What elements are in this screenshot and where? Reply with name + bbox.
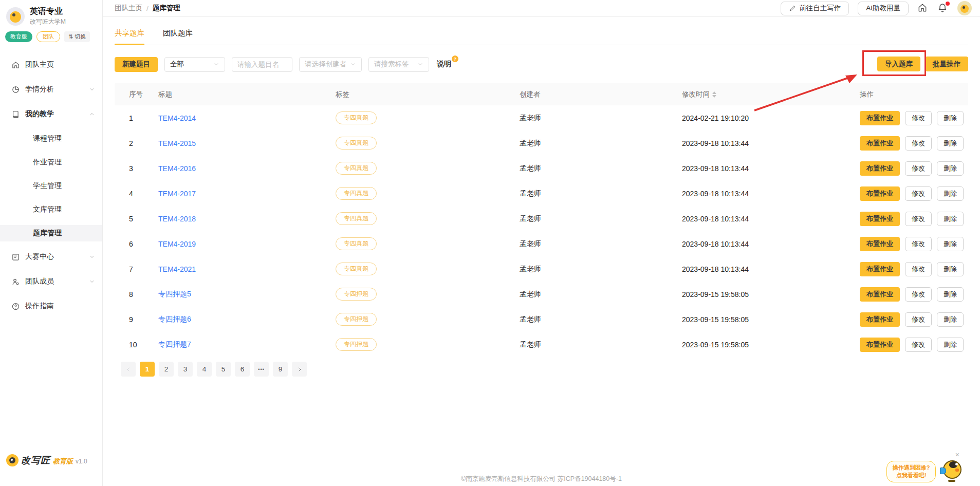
page-button-3[interactable]: 3 <box>178 362 193 377</box>
page-button-1[interactable]: 1 <box>140 362 155 377</box>
sidebar-item-大赛中心[interactable]: 大赛中心 <box>0 249 102 265</box>
assign-homework-button[interactable]: 布置作业 <box>860 136 900 151</box>
breadcrumb-current: 题库管理 <box>153 4 180 13</box>
question-tag: 专四真题 <box>336 263 377 275</box>
go-writing-button[interactable]: 前往自主写作 <box>781 2 849 15</box>
pencil-icon <box>789 5 796 12</box>
home-icon[interactable] <box>917 3 929 14</box>
sort-icon[interactable] <box>712 91 716 98</box>
delete-button[interactable]: 删除 <box>937 338 964 352</box>
edit-button[interactable]: 修改 <box>905 161 932 176</box>
delete-button[interactable]: 删除 <box>937 237 964 251</box>
edit-button[interactable]: 修改 <box>905 287 932 302</box>
sidebar-item-学生管理[interactable]: 学生管理 <box>0 178 102 194</box>
mascot-bird-icon[interactable] <box>940 459 963 482</box>
delete-button[interactable]: 删除 <box>937 136 964 151</box>
question-title-link[interactable]: TEM4-2021 <box>158 265 196 273</box>
sidebar-item-课程管理[interactable]: 课程管理 <box>0 130 102 147</box>
sidebar-item-操作指南[interactable]: 操作指南 <box>0 298 102 314</box>
tag-search-select[interactable]: 请搜索标签 <box>368 57 429 72</box>
creator-filter-select[interactable]: 请选择创建者 <box>299 57 362 72</box>
sidebar-item-我的教学[interactable]: 我的教学 <box>0 106 102 122</box>
col-actions: 操作 <box>860 90 968 99</box>
notification-bell-icon[interactable] <box>937 3 949 14</box>
delete-button[interactable]: 删除 <box>937 186 964 201</box>
edit-button[interactable]: 修改 <box>905 186 932 201</box>
chevron-up-icon <box>89 111 95 117</box>
question-title-link[interactable]: TEM4-2018 <box>158 215 196 223</box>
assign-homework-button[interactable]: 布置作业 <box>860 237 900 251</box>
row-index: 4 <box>129 190 158 198</box>
question-tag: 专四真题 <box>336 187 377 200</box>
delete-button[interactable]: 删除 <box>937 287 964 302</box>
assign-homework-button[interactable]: 布置作业 <box>860 111 900 125</box>
edit-button[interactable]: 修改 <box>905 312 932 327</box>
next-page-button[interactable] <box>292 362 307 377</box>
breadcrumb-team-home[interactable]: 团队主页 <box>115 4 142 13</box>
page-button-9[interactable]: 9 <box>273 362 288 377</box>
tab-shared-library[interactable]: 共享题库 <box>115 28 144 45</box>
row-actions: 布置作业修改删除 <box>860 186 968 201</box>
help-label[interactable]: 说明? <box>437 60 451 69</box>
assign-homework-button[interactable]: 布置作业 <box>860 186 900 201</box>
sidebar-item-题库管理[interactable]: 题库管理 <box>0 225 102 241</box>
page-button-2[interactable]: 2 <box>159 362 174 377</box>
modified-time: 2023-09-18 10:13:44 <box>682 164 860 173</box>
chat-bubble[interactable]: 操作遇到困难? 点我看看吧! <box>886 461 936 482</box>
question-title-link[interactable]: TEM4-2015 <box>158 139 196 147</box>
delete-button[interactable]: 删除 <box>937 312 964 327</box>
page-button-6[interactable]: 6 <box>235 362 250 377</box>
sidebar-item-作业管理[interactable]: 作业管理 <box>0 154 102 171</box>
assign-homework-button[interactable]: 布置作业 <box>860 212 900 226</box>
question-title-link[interactable]: TEM4-2016 <box>158 164 196 173</box>
new-question-button[interactable]: 新建题目 <box>115 57 158 72</box>
question-title-link[interactable]: 专四押题5 <box>158 290 191 298</box>
assign-homework-button[interactable]: 布置作业 <box>860 338 900 352</box>
import-library-button[interactable]: 导入题库 <box>877 57 920 71</box>
type-filter-select[interactable]: 全部 <box>164 57 225 72</box>
page-button-4[interactable]: 4 <box>197 362 212 377</box>
delete-button[interactable]: 删除 <box>937 262 964 276</box>
tab-team-library[interactable]: 团队题库 <box>163 28 193 45</box>
question-tag: 专四真题 <box>336 212 377 225</box>
content-panel: 共享题库 团队题库 新建题目 全部 请选择创建者 请搜索标签 说明? <box>103 17 980 486</box>
delete-button[interactable]: 删除 <box>937 212 964 226</box>
question-title-link[interactable]: 专四押题6 <box>158 315 191 323</box>
ai-usage-button[interactable]: AI助教用量 <box>858 2 909 15</box>
question-title-link[interactable]: 专四押题7 <box>158 340 191 348</box>
delete-button[interactable]: 删除 <box>937 111 964 125</box>
question-name-input[interactable] <box>232 57 292 72</box>
batch-operation-button[interactable]: 批量操作 <box>925 57 968 71</box>
question-tag: 专四真题 <box>336 137 377 149</box>
sidebar-item-学情分析[interactable]: 学情分析 <box>0 81 102 98</box>
sidebar-item-团队成员[interactable]: 团队成员 <box>0 273 102 290</box>
assign-homework-button[interactable]: 布置作业 <box>860 161 900 176</box>
edit-button[interactable]: 修改 <box>905 111 932 125</box>
edit-button[interactable]: 修改 <box>905 237 932 251</box>
team-subtitle: 改写匠大学M <box>30 17 66 26</box>
row-actions: 布置作业修改删除 <box>860 212 968 226</box>
page-ellipsis[interactable]: ••• <box>254 362 269 377</box>
tag-cell: 专四真题 <box>336 187 520 200</box>
close-icon[interactable]: × <box>955 451 959 458</box>
question-title-link[interactable]: TEM4-2017 <box>158 190 196 198</box>
question-title-link[interactable]: TEM4-2014 <box>158 114 196 122</box>
assign-homework-button[interactable]: 布置作业 <box>860 262 900 276</box>
sidebar-item-团队主页[interactable]: 团队主页 <box>0 57 102 73</box>
help-question-icon[interactable]: ? <box>452 55 458 62</box>
assign-homework-button[interactable]: 布置作业 <box>860 287 900 302</box>
delete-button[interactable]: 删除 <box>937 161 964 176</box>
edit-button[interactable]: 修改 <box>905 338 932 352</box>
row-index: 3 <box>129 164 158 173</box>
user-avatar[interactable] <box>957 1 972 15</box>
table-row: 4TEM4-2017专四真题孟老师2023-09-18 10:13:44布置作业… <box>115 181 968 206</box>
prev-page-button[interactable] <box>121 362 136 377</box>
edit-button[interactable]: 修改 <box>905 212 932 226</box>
page-button-5[interactable]: 5 <box>216 362 231 377</box>
assign-homework-button[interactable]: 布置作业 <box>860 312 900 327</box>
switch-button[interactable]: ⇅切换 <box>64 31 90 42</box>
edit-button[interactable]: 修改 <box>905 136 932 151</box>
edit-button[interactable]: 修改 <box>905 262 932 276</box>
sidebar-item-文库管理[interactable]: 文库管理 <box>0 201 102 218</box>
question-title-link[interactable]: TEM4-2019 <box>158 240 196 248</box>
